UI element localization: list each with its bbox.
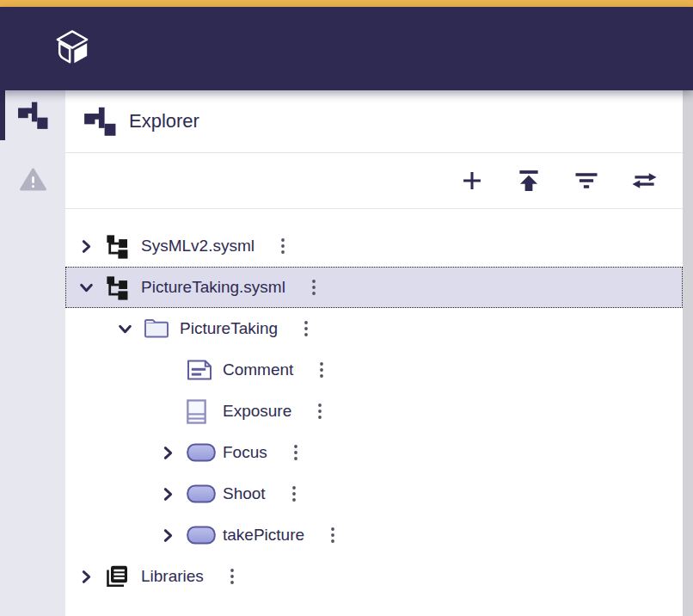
model-file-icon [105,233,134,259]
tree-item-libraries[interactable]: Libraries [65,556,683,597]
right-gutter [683,90,693,616]
add-button[interactable] [458,167,486,194]
action-icon [187,525,216,545]
chevron-down-icon[interactable] [77,279,95,296]
tree-item-label: Exposure [223,402,291,421]
tree-item-shoot[interactable]: Shoot [65,473,683,514]
tree-item-takepicture[interactable]: takePicture [65,514,683,556]
chevron-right-icon[interactable] [77,237,95,255]
filter-button[interactable] [572,166,601,195]
classifier-icon [187,399,216,424]
tree-item-label: SysMLv2.sysml [141,237,255,256]
activity-bar [0,90,65,616]
kebab-menu-icon[interactable] [291,485,297,502]
chevron-right-icon[interactable] [159,527,176,544]
model-tree: SysMLv2.sysml PictureTaking.sysml Pictur… [65,209,683,597]
kebab-menu-icon[interactable] [317,403,322,420]
kebab-menu-icon[interactable] [304,320,309,337]
kebab-menu-icon[interactable] [280,237,285,255]
activity-item-explorer[interactable] [0,90,65,140]
tree-item-comment[interactable]: Comment [65,349,683,391]
kebab-menu-icon[interactable] [330,527,335,544]
tree-item-label: Comment [223,360,293,379]
explorer-panel: Explorer Sys [65,90,683,616]
filter-icon [573,168,599,194]
tree-item-sysmlv2[interactable]: SysMLv2.sysml [65,225,683,267]
tree-item-label: takePicture [223,526,304,545]
tree-item-picturetaking-file[interactable]: PictureTaking.sysml [65,267,683,308]
tree-item-label: Shoot [223,484,266,503]
tree-item-label: PictureTaking.sysml [141,278,285,297]
kebab-menu-icon[interactable] [311,279,316,296]
publish-icon [516,168,542,194]
main-area: Explorer Sys [0,90,693,616]
plus-icon [460,169,484,193]
tree-hierarchy-icon [83,105,116,138]
tree-item-focus[interactable]: Focus [65,432,683,473]
panel-title: Explorer [129,110,199,132]
tree-item-label: Focus [223,443,267,462]
tree-item-label: PictureTaking [180,319,278,338]
chevron-right-icon[interactable] [159,485,176,502]
panel-header: Explorer [65,90,683,153]
chevron-down-icon[interactable] [116,320,133,337]
comment-icon [187,359,216,381]
swap-button[interactable] [629,167,659,194]
app-header [0,7,693,90]
folder-icon [144,317,173,340]
warning-icon [20,168,46,191]
model-file-icon [105,274,134,300]
chevron-right-icon[interactable] [159,444,176,461]
accent-strip [0,0,693,7]
action-icon [187,442,216,463]
cube-logo-icon[interactable] [54,28,90,69]
activity-item-problems[interactable] [0,154,65,204]
explorer-toolbar [65,153,683,209]
tree-item-label: Libraries [141,567,204,586]
app-window: Explorer Sys [0,0,693,616]
chevron-right-icon[interactable] [77,568,95,585]
publish-button[interactable] [514,166,543,195]
tree-item-picturetaking-package[interactable]: PictureTaking [65,308,683,349]
tree-item-exposure[interactable]: Exposure [65,391,683,432]
swap-horizontal-icon [631,169,658,193]
kebab-menu-icon[interactable] [319,361,324,379]
action-icon [187,484,216,504]
libraries-icon [105,564,134,588]
tree-hierarchy-icon [17,100,48,131]
kebab-menu-icon[interactable] [293,444,298,461]
kebab-menu-icon[interactable] [230,568,235,585]
